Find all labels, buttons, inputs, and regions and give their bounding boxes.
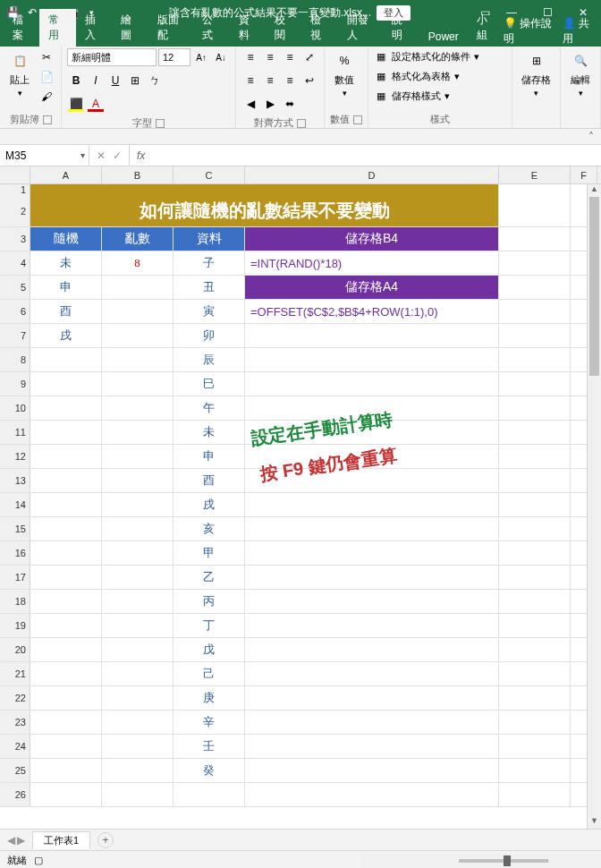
cancel-formula-icon[interactable]: ✕ [97,149,106,162]
decrease-font-button[interactable]: A↓ [212,48,230,66]
cell[interactable] [102,396,174,420]
cell[interactable] [245,759,499,782]
cell[interactable] [245,348,499,371]
select-all-corner[interactable] [0,166,30,183]
increase-font-button[interactable]: A↑ [192,48,210,66]
cell[interactable]: 丁 [174,614,245,637]
cell[interactable] [245,493,499,516]
cell[interactable] [30,638,102,661]
row-header[interactable]: 26 [0,783,30,806]
number-format-button[interactable]: % 數值 ▾ [330,48,359,99]
next-sheet-icon[interactable]: ▶ [17,834,25,847]
row-header[interactable]: 6 [0,300,30,323]
cell[interactable] [499,493,571,516]
font-name-select[interactable]: 新細明體 [67,48,157,66]
collapse-ribbon-icon[interactable]: ˄ [588,131,594,143]
number-launcher[interactable] [353,115,362,124]
row-header[interactable]: 8 [0,348,30,371]
cell[interactable] [245,783,499,806]
cell[interactable] [30,711,102,734]
cell[interactable] [499,590,571,613]
row-header[interactable]: 13 [0,469,30,492]
row-header[interactable]: 24 [0,735,30,758]
cell[interactable] [174,783,245,806]
cell[interactable] [102,541,174,565]
vertical-scrollbar[interactable]: ▲ ▼ [587,184,601,829]
enter-formula-icon[interactable]: ✓ [113,149,122,162]
font-size-select[interactable]: 12 [158,48,190,66]
cell[interactable] [30,396,102,420]
cell[interactable]: 申 [174,445,245,468]
cut-button[interactable]: ✂ [38,48,55,66]
row-header[interactable]: 25 [0,759,30,782]
tab-view[interactable]: 檢視 [301,9,337,47]
cell[interactable] [102,662,174,685]
cell[interactable] [245,614,499,637]
cell[interactable]: 寅 [174,300,245,323]
cell[interactable]: =INT(RAND()*18) [245,251,499,275]
cell[interactable] [102,300,174,323]
cell[interactable] [30,759,102,782]
cell[interactable] [102,348,174,371]
cell[interactable] [30,517,102,540]
row-header[interactable]: 7 [0,324,30,347]
cell[interactable]: 8 [102,251,174,275]
cell[interactable] [499,421,571,444]
cell[interactable] [499,276,571,299]
wrap-text-button[interactable]: ↩ [300,72,318,89]
cell[interactable] [30,541,102,565]
align-center-button[interactable]: ≡ [261,72,279,89]
cell[interactable] [30,566,102,589]
cell[interactable] [245,662,499,685]
tab-layout[interactable]: 版面配 [148,9,194,47]
cell[interactable]: 壬 [174,735,245,758]
cell[interactable] [102,783,174,806]
cell[interactable] [30,686,102,710]
cell[interactable]: 庚 [174,686,245,710]
cell[interactable]: 酉 [30,300,102,323]
row-header[interactable]: 3 [0,227,30,251]
col-header[interactable]: A [30,166,102,183]
cell[interactable] [102,517,174,540]
cell[interactable] [499,469,571,492]
fill-color-button[interactable]: ⬛ [67,95,85,113]
tab-team[interactable]: 小組 [468,9,504,47]
cell[interactable] [499,686,571,710]
row-header[interactable]: 11 [0,421,30,444]
cell[interactable] [245,372,499,396]
cell[interactable] [102,711,174,734]
cell[interactable] [245,566,499,589]
align-right-button[interactable]: ≡ [281,72,299,89]
cell[interactable] [499,324,571,347]
cell[interactable] [499,396,571,420]
cell[interactable] [102,638,174,661]
cell[interactable] [102,372,174,396]
sheet-tab[interactable]: 工作表1 [32,831,90,849]
editing-button[interactable]: 🔍 編輯 ▾ [566,48,595,99]
fx-icon[interactable]: fx [130,149,152,162]
cell[interactable] [102,686,174,710]
cell[interactable]: 辛 [174,711,245,734]
cell[interactable]: 資料 [174,227,245,251]
cell[interactable] [499,566,571,589]
row-header[interactable]: 21 [0,662,30,685]
cell[interactable] [102,276,174,299]
cell[interactable] [30,348,102,371]
cell[interactable]: 丙 [174,590,245,613]
cell[interactable] [245,541,499,565]
format-painter-button[interactable]: 🖌 [38,88,55,106]
cell[interactable] [499,227,571,251]
cell[interactable] [499,372,571,396]
add-sheet-button[interactable]: + [97,832,114,848]
cell[interactable]: 亂數 [102,227,174,251]
cell[interactable] [499,614,571,637]
row-header[interactable]: 5 [0,276,30,299]
cell[interactable] [245,517,499,540]
macro-record-icon[interactable]: ▢ [34,855,43,866]
row-header[interactable]: 20 [0,638,30,661]
cell[interactable] [30,421,102,444]
cells-button[interactable]: ⊞ 儲存格 ▾ [518,48,554,99]
italic-button[interactable]: I [87,72,105,89]
cell[interactable] [499,251,571,275]
cell[interactable]: 申 [30,276,102,299]
